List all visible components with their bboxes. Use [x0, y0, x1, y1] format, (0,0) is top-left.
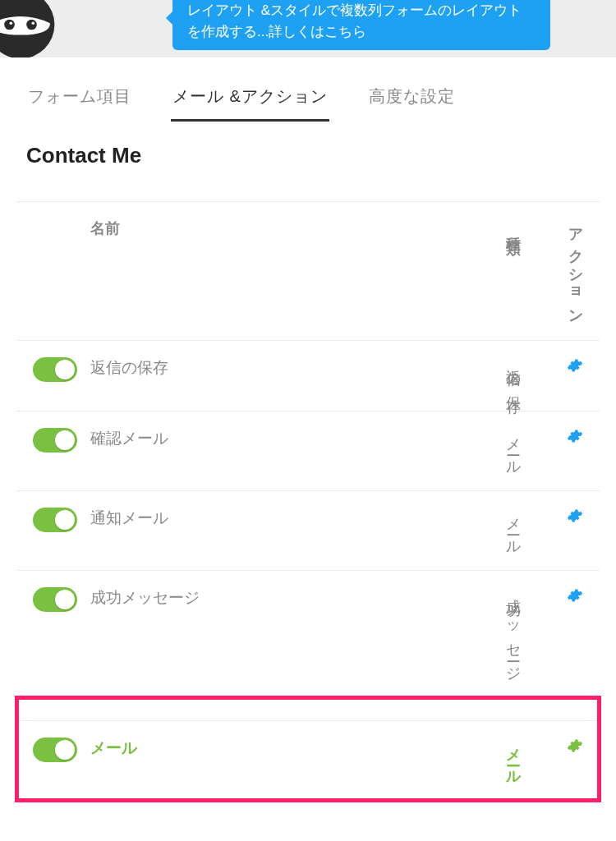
enable-toggle[interactable] — [33, 738, 77, 762]
actions-table: 名前 種類 アクション 返信の保存 返信の保存 確認メール メール 通知メール … — [0, 177, 616, 834]
svg-point-2 — [26, 20, 37, 30]
table-row: 確認メール メール — [16, 411, 600, 491]
action-type: メール — [504, 428, 521, 471]
action-type: 返信の保存 — [504, 357, 521, 391]
promo-text: レイアウト &スタイルで複数列フォームのレイアウトを作成する...詳しくはこちら — [187, 2, 522, 39]
svg-point-1 — [4, 20, 15, 30]
action-name[interactable]: 成功メッセージ — [82, 571, 501, 625]
svg-point-4 — [32, 21, 35, 25]
header-action: アクション — [567, 218, 583, 319]
table-header-row: 名前 種類 アクション — [16, 201, 600, 341]
action-type: メール — [504, 508, 521, 550]
gear-icon[interactable] — [554, 508, 596, 524]
ninja-logo — [0, 0, 57, 57]
action-name[interactable]: 確認メール — [82, 411, 501, 466]
gear-icon[interactable] — [554, 738, 596, 754]
table-row: 返信の保存 返信の保存 — [16, 341, 600, 411]
enable-toggle[interactable] — [33, 357, 77, 382]
gear-icon[interactable] — [554, 357, 596, 374]
tab-actions[interactable]: メール &アクション — [171, 82, 329, 122]
table-row: 通知メール メール — [16, 491, 600, 571]
form-title: Contact Me — [0, 122, 616, 177]
enable-toggle[interactable] — [33, 587, 77, 612]
gear-icon[interactable] — [554, 587, 596, 604]
header-type: 種類 — [504, 225, 521, 232]
svg-point-3 — [10, 21, 13, 25]
table-row: 成功メッセージ 成功メッセージ — [16, 571, 600, 697]
tab-fields[interactable]: フォーム項目 — [26, 82, 133, 122]
action-type: 成功メッセージ — [504, 587, 521, 677]
tabs-bar: フォーム項目 メール &アクション 高度な設定 — [0, 57, 616, 122]
action-name[interactable]: 通知メール — [82, 491, 501, 545]
table-row: メール メール — [16, 720, 600, 801]
enable-toggle[interactable] — [33, 508, 77, 532]
enable-toggle[interactable] — [33, 428, 77, 453]
tab-advanced[interactable]: 高度な設定 — [367, 82, 457, 122]
promo-bubble[interactable]: レイアウト &スタイルで複数列フォームのレイアウトを作成する...詳しくはこちら — [172, 0, 550, 50]
action-name[interactable]: メール — [82, 721, 501, 775]
top-promo-bar: レイアウト &スタイルで複数列フォームのレイアウトを作成する...詳しくはこちら — [0, 0, 616, 57]
header-name: 名前 — [82, 202, 501, 255]
gear-icon[interactable] — [554, 428, 596, 444]
action-name[interactable]: 返信の保存 — [82, 341, 501, 395]
highlighted-row-container: メール メール — [16, 697, 600, 801]
action-type: メール — [504, 738, 521, 780]
